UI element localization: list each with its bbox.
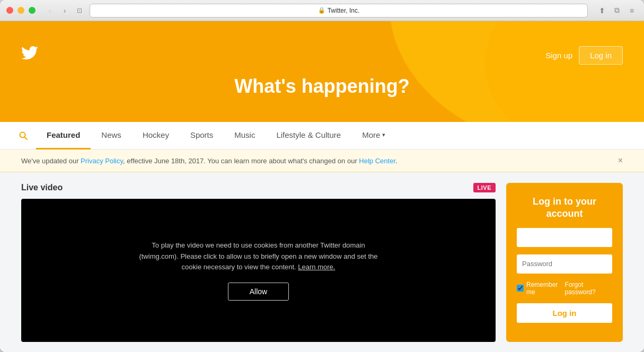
- log-in-header-button[interactable]: Log in: [579, 46, 623, 65]
- browser-nav: ‹ › ⊡: [44, 5, 85, 16]
- share-button[interactable]: ⬆: [596, 5, 608, 16]
- browser-content: Sign up Log in What's happening? Feature…: [0, 21, 644, 352]
- forgot-password-link[interactable]: Forgot password?: [565, 281, 612, 296]
- tab-sports[interactable]: Sports: [180, 122, 224, 149]
- banner-text: We've updated our Privacy Policy, effect…: [21, 157, 618, 165]
- sign-up-button[interactable]: Sign up: [545, 51, 572, 60]
- header-top: Sign up Log in: [21, 46, 623, 65]
- twitter-bird-icon: [21, 46, 38, 65]
- reader-button[interactable]: ⊡: [74, 5, 85, 16]
- learn-more-link[interactable]: Learn more.: [298, 263, 335, 271]
- login-panel-title: Log in to your account: [517, 196, 612, 221]
- video-player: To play the video we need to use cookies…: [21, 199, 496, 342]
- tab-featured[interactable]: Featured: [36, 122, 91, 149]
- svg-point-1: [485, 21, 644, 122]
- header-bg-shape: [273, 21, 644, 122]
- allow-button[interactable]: Allow: [228, 283, 289, 301]
- browser-titlebar: ‹ › ⊡ 🔒 Twitter, Inc. ⬆ ⧉ ≡: [0, 0, 644, 21]
- search-tab-icon[interactable]: [11, 131, 36, 140]
- video-message: To play the video we need to use cookies…: [126, 240, 391, 273]
- banner-close-button[interactable]: ×: [618, 156, 623, 165]
- url-text: Twitter, Inc.: [328, 7, 360, 14]
- header-title: What's happening?: [21, 75, 623, 98]
- login-panel: Log in to your account Remember me Forgo…: [506, 183, 623, 342]
- tab-music[interactable]: Music: [224, 122, 266, 149]
- back-button[interactable]: ‹: [44, 5, 56, 16]
- section-header: Live video LIVE: [21, 183, 496, 192]
- browser-frame: ‹ › ⊡ 🔒 Twitter, Inc. ⬆ ⧉ ≡: [0, 0, 644, 352]
- lock-icon: 🔒: [318, 7, 325, 14]
- tab-lifestyle[interactable]: Lifestyle & Culture: [266, 122, 351, 149]
- tab-hockey[interactable]: Hockey: [132, 122, 180, 149]
- site-header: Sign up Log in What's happening?: [0, 21, 644, 122]
- privacy-policy-link[interactable]: Privacy Policy: [81, 157, 123, 165]
- page: Sign up Log in What's happening? Feature…: [0, 21, 644, 352]
- forward-button[interactable]: ›: [59, 5, 70, 16]
- maximize-button[interactable]: [29, 7, 36, 14]
- address-bar[interactable]: 🔒 Twitter, Inc.: [90, 4, 588, 17]
- svg-line-3: [25, 137, 28, 139]
- close-button[interactable]: [6, 7, 13, 14]
- live-video-section: Live video LIVE To play the video we nee…: [21, 183, 496, 342]
- live-badge: LIVE: [473, 183, 496, 192]
- remember-me-checkbox[interactable]: [517, 285, 524, 292]
- chevron-down-icon: ▾: [382, 131, 385, 138]
- tab-news[interactable]: News: [91, 122, 132, 149]
- tab-more[interactable]: More ▾: [351, 122, 396, 149]
- section-title: Live video: [21, 183, 63, 192]
- header-actions: Sign up Log in: [545, 46, 623, 65]
- username-input[interactable]: [517, 228, 612, 247]
- main-content: Live video LIVE To play the video we nee…: [0, 172, 644, 352]
- help-center-link[interactable]: Help Center: [359, 157, 395, 165]
- password-input[interactable]: [517, 254, 612, 274]
- nav-tabs: Featured News Hockey Sports Music Lifest…: [0, 122, 644, 149]
- login-options-row: Remember me Forgot password?: [517, 281, 612, 296]
- minimize-button[interactable]: [17, 7, 24, 14]
- browser-actions: ⬆ ⧉ ≡: [596, 5, 638, 16]
- login-submit-button[interactable]: Log in: [517, 303, 612, 323]
- notification-banner: We've updated our Privacy Policy, effect…: [0, 149, 644, 172]
- overflow-button[interactable]: ≡: [626, 5, 638, 16]
- add-tab-button[interactable]: ⧉: [611, 5, 623, 16]
- remember-me-label: Remember me: [517, 281, 565, 296]
